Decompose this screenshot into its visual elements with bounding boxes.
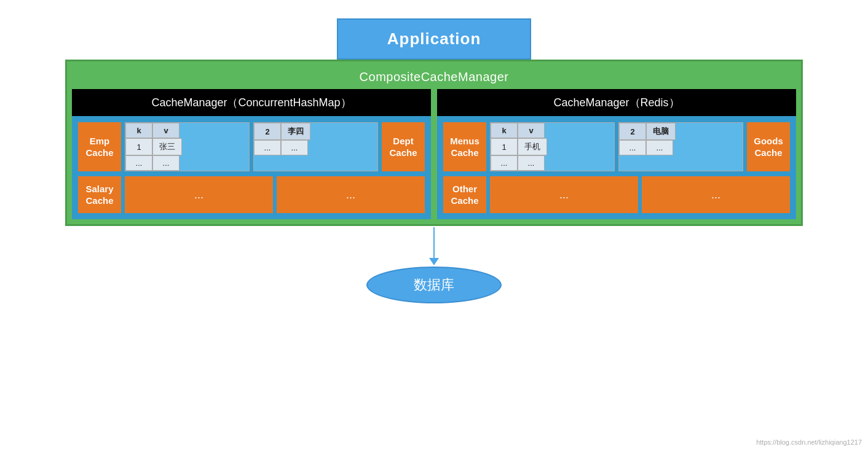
kv-v3: ... — [281, 140, 308, 155]
salary-cache-label: SalaryCache — [78, 176, 121, 213]
composite-title: CompositeCacheManager — [72, 66, 796, 89]
arrow-line-2 — [433, 227, 435, 258]
database-label: 数据库 — [414, 276, 454, 294]
menus-kv-v1: 手机 — [518, 138, 547, 155]
kv-v1: 张三 — [152, 138, 182, 155]
concurrent-row-1: EmpCache k v 1 张三 — [78, 122, 425, 171]
menus-kv-header-row-1: k v — [491, 123, 614, 138]
concurrent-hashmap-title: CacheManager（ConcurrentHashMap） — [72, 89, 431, 116]
kv-v2: ... — [152, 155, 180, 171]
menus-cache-label: MenusCache — [443, 122, 486, 171]
redis-row-2: OtherCache ... ... — [443, 176, 790, 213]
composite-cache-manager: CompositeCacheManager CacheManager（Concu… — [65, 60, 803, 226]
kv-header-row-2: 2 李四 — [254, 123, 377, 140]
menus-kv-data-row-3: ... ... — [619, 140, 743, 155]
emp-kv-table-1: k v 1 张三 ... ... — [125, 122, 250, 171]
kv-k-header: k — [125, 123, 152, 138]
arrow-to-database — [429, 227, 439, 265]
concurrent-hashmap-panel: CacheManager（ConcurrentHashMap） EmpCache… — [72, 89, 431, 219]
redis-row-1: MenusCache k v 1 手机 — [443, 122, 790, 171]
menus-kv-data-row-1: 1 手机 — [491, 138, 614, 155]
redis-panel: CacheManager（Redis） MenusCache k v — [437, 89, 796, 219]
emp-kv-table-2: 2 李四 ... ... — [253, 122, 378, 171]
kv-v-header: v — [152, 123, 180, 138]
redis-title: CacheManager（Redis） — [437, 89, 796, 116]
menus-kv-v2-header: 电脑 — [646, 123, 676, 140]
emp-cache-label: EmpCache — [78, 122, 121, 171]
kv-data-row-2: ... ... — [125, 155, 249, 171]
goods-cache-label: GoodsCache — [747, 122, 790, 171]
arrow-head-2 — [429, 258, 439, 265]
concurrent-orange-box-2: ... — [277, 176, 425, 213]
redis-orange-box-1: ... — [490, 176, 638, 213]
database-ellipse: 数据库 — [366, 267, 502, 303]
dept-cache-label: DeptCache — [382, 122, 425, 171]
menus-kv-v3: ... — [646, 140, 673, 155]
cache-managers-row: CacheManager（ConcurrentHashMap） EmpCache… — [72, 89, 796, 219]
kv-k3: ... — [254, 140, 281, 155]
redis-blue-inner: MenusCache k v 1 手机 — [437, 116, 796, 219]
other-cache-label: OtherCache — [443, 176, 486, 213]
menus-kv-k2: ... — [491, 155, 518, 171]
menus-kv-header-row-2: 2 电脑 — [619, 123, 743, 140]
kv-k1: 1 — [125, 138, 152, 155]
kv-v2-header: 李四 — [281, 123, 310, 140]
concurrent-orange-box-1: ... — [125, 176, 273, 213]
menus-kv-k1: 1 — [491, 138, 518, 155]
menus-kv-k-header: k — [491, 123, 518, 138]
kv-k2: ... — [125, 155, 152, 171]
menus-kv-k2-header: 2 — [619, 123, 646, 140]
application-label: Application — [387, 29, 481, 48]
menus-kv-table-1: k v 1 手机 ... ... — [490, 122, 615, 171]
redis-orange-box-2: ... — [642, 176, 790, 213]
concurrent-row-2: SalaryCache ... ... — [78, 176, 425, 213]
menus-kv-data-row-2: ... ... — [491, 155, 614, 171]
application-box: Application — [337, 18, 532, 60]
menus-kv-k3: ... — [619, 140, 646, 155]
kv-data-row-3: ... ... — [254, 140, 377, 155]
kv-k2-header: 2 — [254, 123, 281, 140]
menus-kv-table-2: 2 电脑 ... ... — [618, 122, 743, 171]
kv-header-row-1: k v — [125, 123, 249, 138]
menus-kv-v-header: v — [518, 123, 545, 138]
concurrent-blue-inner: EmpCache k v 1 张三 — [72, 116, 431, 219]
menus-kv-v2: ... — [518, 155, 545, 171]
watermark: https://blog.csdn.net/lizhiqiang1217 — [756, 438, 862, 446]
page-container: Application CompositeCacheManager CacheM… — [0, 0, 868, 452]
kv-data-row-1: 1 张三 — [125, 138, 249, 155]
